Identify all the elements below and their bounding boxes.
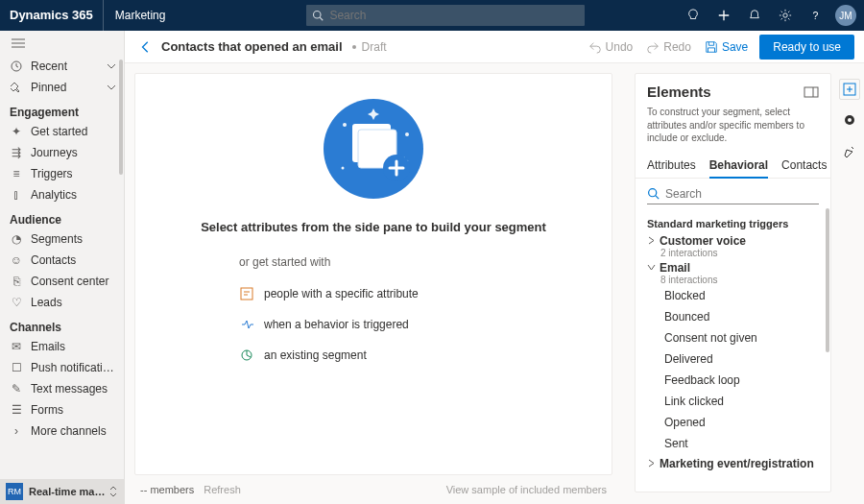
rail-elements-icon[interactable] [839,79,860,100]
leaf-sent[interactable]: Sent [636,433,830,454]
nav-pinned[interactable]: Pinned [0,77,124,98]
nav-emails[interactable]: ✉Emails [0,336,124,357]
refresh-link[interactable]: Refresh [204,484,241,495]
nav-forms[interactable]: ☰Forms [0,399,124,420]
redo-button[interactable]: Redo [646,40,691,54]
pin-icon [10,81,23,94]
global-search[interactable] [306,5,585,26]
svg-text:?: ? [813,10,819,21]
global-search-input[interactable] [329,9,585,22]
ready-to-use-button[interactable]: Ready to use [759,35,854,60]
nav-analytics[interactable]: ⫿Analytics [0,184,124,205]
search-icon [647,187,660,200]
tab-behavioral[interactable]: Behavioral [709,153,768,178]
mail-icon: ✉ [10,340,23,353]
nav-section-channels: Channels [0,313,124,336]
nav-more-channels[interactable]: ›More channels [0,420,124,442]
gear-icon[interactable] [770,0,801,31]
undo-label: Undo [606,40,634,54]
nav-contacts[interactable]: ☺Contacts [0,250,124,271]
leaf-feedback-loop[interactable]: Feedback loop [636,370,830,391]
nav-text-messages[interactable]: ✎Text messages [0,378,124,399]
form-icon: ☰ [10,403,23,417]
bell-icon[interactable] [739,0,770,31]
leaf-link-clicked[interactable]: Link clicked [636,391,830,412]
lightbulb-icon[interactable] [678,0,708,31]
nav-push[interactable]: ☐Push notifications [0,357,124,378]
undo-button[interactable]: Undo [588,40,634,54]
behavior-icon [239,317,254,332]
nav-item-label: Forms [31,403,116,417]
opt-attribute[interactable]: people with a specific attribute [239,282,419,305]
chevron-down-icon [107,63,116,69]
nav-recent[interactable]: Recent [0,56,124,77]
area-badge: RM [6,483,23,500]
leaf-delivered[interactable]: Delivered [636,348,830,370]
command-bar: Contacts that opened an email Draft Undo… [125,31,864,63]
empty-state-illustration [316,91,431,206]
page-title: Contacts that opened an email [161,39,343,54]
node-label: Marketing event/registration [660,457,814,470]
opt-existing-segment[interactable]: an existing segment [239,344,367,367]
panel-collapse-icon[interactable] [804,86,819,98]
area-name[interactable]: Marketing [104,9,178,22]
segment-icon [239,348,254,363]
nav-section-engagement: Engagement [0,98,124,121]
opt-attribute-label: people with a specific attribute [264,287,419,300]
opt-behavior-label: when a behavior is triggered [264,318,409,331]
nav-journeys[interactable]: ⇶Journeys [0,142,124,163]
undo-icon [588,40,602,54]
panel-hint: To construct your segment, select attrib… [636,106,830,153]
chevron-right-icon [647,236,656,245]
svg-point-17 [649,189,657,197]
avatar[interactable]: JM [835,5,856,26]
view-sample-link[interactable]: View sample of included members [446,484,607,495]
journey-icon: ⇶ [10,146,23,159]
leaf-opened[interactable]: Opened [636,412,830,433]
nav-section-audience: Audience [0,205,124,228]
nav-leads[interactable]: ♡Leads [0,292,124,313]
person-icon: ☺ [10,253,23,267]
redo-icon [646,40,660,54]
svg-point-0 [314,12,322,19]
nav-segments[interactable]: ◔Segments [0,228,124,250]
nav-item-label: Leads [31,296,116,309]
tab-contacts[interactable]: Contacts [781,153,827,178]
panel-search[interactable] [647,184,819,204]
nav-pinned-label: Pinned [31,81,107,94]
leaf-bounced[interactable]: Bounced [636,306,830,327]
node-marketing-event[interactable]: Marketing event/registration [636,454,830,470]
node-meta: 8 interactions [660,275,819,285]
opt-behavior[interactable]: when a behavior is triggered [239,313,409,336]
segment-canvas: Select attributes from the side pane to … [134,73,612,475]
nav-collapse-icon[interactable] [0,31,124,56]
leaf-blocked[interactable]: Blocked [636,285,830,306]
nav-area-switcher[interactable]: RM Real-time marketi… [0,479,124,504]
nav-consent-center[interactable]: ⎘Consent center [0,271,124,292]
tab-attributes[interactable]: Attributes [647,153,696,178]
panel-scrollbar[interactable] [825,208,830,420]
back-button[interactable] [134,36,157,59]
node-label: Customer voice [660,234,746,248]
nav-item-label: Push notifications [31,361,116,374]
svg-point-8 [342,167,345,170]
rail-settings-icon[interactable] [839,109,860,131]
node-customer-voice[interactable]: Customer voice 2 interactions [636,231,830,258]
redo-label: Redo [663,40,691,54]
nav-get-started[interactable]: ✦Get started [0,121,124,142]
panel-search-input[interactable] [665,187,819,201]
save-button[interactable]: Save [705,40,748,54]
nav-recent-label: Recent [31,60,107,73]
rail-edit-icon[interactable] [839,140,860,161]
node-email[interactable]: Email 8 interactions [636,258,830,285]
node-label: Email [660,261,690,275]
leaf-consent-not-given[interactable]: Consent not given [636,327,830,348]
svg-rect-15 [804,87,818,97]
chevron-updown-icon [108,486,118,497]
plus-icon[interactable] [708,0,739,31]
help-icon[interactable]: ? [801,0,831,31]
nav-scrollbar[interactable] [118,56,124,248]
nav-triggers[interactable]: ≡Triggers [0,163,124,184]
canvas-footer: -- members Refresh View sample of includ… [134,479,612,500]
sms-icon: ✎ [10,382,23,396]
